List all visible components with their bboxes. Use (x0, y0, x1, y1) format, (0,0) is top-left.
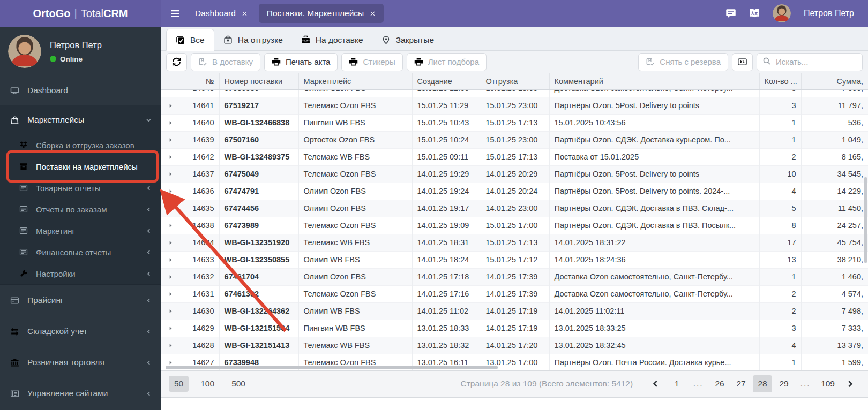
cell-qty: 2 (759, 285, 801, 302)
row-expander-icon[interactable] (161, 90, 181, 97)
chevron-left-icon (146, 271, 152, 277)
sidebar-item-настройки[interactable]: Настройки (0, 263, 161, 284)
row-expander-icon[interactable] (161, 114, 181, 131)
toolbar: В доставкуПечать актаСтикерыЛист подбора… (161, 51, 868, 73)
row-expander-icon[interactable] (161, 217, 181, 234)
to-delivery-button[interactable]: В доставку (191, 53, 260, 71)
user-name[interactable]: Петров Петр (804, 9, 854, 18)
column-header-1[interactable]: № (161, 73, 219, 89)
sidebar-item-прайсинг[interactable]: Прайсинг (0, 285, 161, 316)
page-size-500[interactable]: 500 (226, 376, 251, 392)
chat-button[interactable] (725, 8, 736, 19)
filter-tab-на-отгрузке[interactable]: На отгрузке (214, 29, 292, 50)
page-size-100[interactable]: 100 (195, 376, 220, 392)
cell-marketplace: Пингвин WB FBS (298, 114, 412, 131)
refresh-button[interactable] (166, 53, 187, 71)
table-row[interactable]: 14629WB-GI-132151504Пингвин WB FBS13.01.… (161, 320, 868, 337)
sidebar-item-финансовые-отчеты[interactable]: Финансовые отчеты (0, 241, 161, 263)
sidebar-item-сборка-и-отгрузка-заказов[interactable]: Сборка и отгрузка заказов (0, 134, 161, 156)
table-row[interactable]: 1463867473989Телемакс Ozon FBS14.01.25 1… (161, 217, 868, 234)
page-27[interactable]: 27 (731, 375, 751, 392)
page-28[interactable]: 28 (753, 375, 772, 392)
page-size-50[interactable]: 50 (169, 376, 189, 392)
table-row[interactable]: 14630WB-GI-132264362Олимп WB FBS14.01.25… (161, 302, 868, 320)
sidebar-user-avatar[interactable] (8, 35, 41, 68)
unreserve-button[interactable]: Снять с резерва (638, 53, 728, 71)
hamburger-menu-button[interactable] (170, 8, 181, 19)
cell-comment: Партнёры Ozon. СДЭК. Доставка курьером. … (549, 131, 759, 148)
table-row[interactable]: 1464167519217Телемакс Ozon FBS15.01.25 1… (161, 97, 868, 114)
sidebar-item-отчеты-по-заказам[interactable]: Отчеты по заказам (0, 199, 161, 220)
table-row[interactable]: 1463567474456Олимп Ozon FBS14.01.25 19:1… (161, 200, 868, 217)
table-row[interactable]: 1463667474791Олимп Ozon FBS14.01.25 19:2… (161, 183, 868, 200)
table-row[interactable]: 14634WB-GI-132351920Телемакс WB FBS14.01… (161, 234, 868, 251)
table-row[interactable]: 1463167461382Телемакс Ozon FBS14.01.25 1… (161, 285, 868, 302)
sidebar-item-маркетплейсы[interactable]: Маркетплейсы (0, 105, 161, 134)
pagination-bar: 50100500 Страница 28 из 109 (Всего элеме… (161, 371, 868, 398)
tab-close-button[interactable] (242, 11, 248, 17)
filter-tab-все[interactable]: Все (166, 29, 214, 51)
row-expander-icon[interactable] (161, 268, 181, 285)
table-row[interactable]: 14633WB-GI-132350855Олимп WB FBS14.01.25… (161, 251, 868, 268)
sidebar-item-розничная-торговля[interactable]: Розничная торговля (0, 347, 161, 378)
print-act-button[interactable]: Печать акта (264, 53, 338, 71)
page-1[interactable]: 1 (667, 375, 686, 392)
sidebar-item-товарные-отчеты[interactable]: Товарные отчеты (0, 177, 161, 199)
row-expander-icon[interactable] (161, 97, 181, 114)
sidebar-item-управление-сайтами[interactable]: Управление сайтами (0, 378, 161, 409)
column-header-2[interactable]: Номер поставки (219, 73, 298, 89)
previous-page-button[interactable] (646, 379, 665, 388)
row-expander-icon[interactable] (161, 251, 181, 268)
column-header-7[interactable]: Кол-во ... (759, 73, 801, 89)
chevron-left-icon (146, 228, 152, 234)
cell-supply: 67473989 (219, 217, 298, 234)
row-expander-icon[interactable] (161, 337, 181, 354)
row-expander-icon[interactable] (161, 302, 181, 320)
column-header-5[interactable]: Отгрузка (481, 73, 549, 89)
table-row[interactable]: 1463967507160Ортосток Ozon FBS15.01.25 1… (161, 131, 868, 148)
tab-поставки-маркетплейсы[interactable]: Поставки. Маркетплейсы (259, 4, 384, 23)
horizontal-scrollbar[interactable] (166, 366, 498, 369)
translate-button[interactable] (749, 8, 760, 19)
row-expander-icon[interactable] (161, 148, 181, 165)
table-row[interactable]: 14640WB-GI-132466838Пингвин WB FBS15.01.… (161, 114, 868, 131)
tab-dashboard[interactable]: Dashboard (187, 4, 256, 23)
vertical-scrollbar[interactable] (864, 177, 867, 263)
row-expander-icon[interactable] (161, 165, 181, 183)
table-row[interactable]: 14642WB-GI-132489375Телемакс WB FBS15.01… (161, 148, 868, 165)
filter-tab-закрытые[interactable]: Закрытые (372, 29, 443, 50)
filter-tab-на-доставке[interactable]: На доставке (292, 29, 372, 50)
sidebar-item-складской-учет[interactable]: Складской учет (0, 316, 161, 347)
column-header-8[interactable]: Сумма, (801, 73, 868, 89)
pick-list-button[interactable]: Лист подбора (407, 53, 487, 71)
column-header-6[interactable]: Комментарий (549, 73, 759, 89)
page-109[interactable]: 109 (817, 375, 839, 392)
row-expander-icon[interactable] (161, 183, 181, 200)
cell-num: 14637 (181, 165, 219, 183)
row-expander-icon[interactable] (161, 200, 181, 217)
column-header-3[interactable]: Маркетплейс (298, 73, 412, 89)
row-expander-icon[interactable] (161, 131, 181, 148)
next-page-button[interactable] (841, 379, 860, 388)
table-row[interactable]: 1463267461704Олимп Ozon FBS14.01.25 17:1… (161, 268, 868, 285)
table-row[interactable]: 1463767475049Телемакс Ozon FBS14.01.25 1… (161, 165, 868, 183)
column-header-4[interactable]: Создание (412, 73, 481, 89)
tab-close-button[interactable] (370, 11, 376, 17)
sidebar-item-поставки-на-маркетплейсы[interactable]: Поставки на маркетплейсы (0, 156, 161, 177)
row-expander-icon[interactable] (161, 234, 181, 251)
sidebar-item-маркетинг[interactable]: Маркетинг (0, 220, 161, 241)
shipment-up-icon (223, 35, 233, 44)
page-29[interactable]: 29 (774, 375, 794, 392)
sidebar-item-dashboard[interactable]: Dashboard (0, 76, 161, 105)
table-row[interactable]: 14628WB-GI-132151413Телемакс WB FBS13.01… (161, 337, 868, 354)
user-avatar[interactable] (773, 4, 791, 22)
stickers-button[interactable]: Стикеры (341, 53, 402, 71)
table-row[interactable]: 1464367530536Олимп Ozon FBS15.01.25 12:0… (161, 90, 868, 97)
cell-marketplace: Олимп WB FBS (298, 251, 412, 268)
cell-num: 14630 (181, 302, 219, 320)
row-expander-icon[interactable] (161, 320, 181, 337)
search-input[interactable] (776, 57, 857, 66)
export-xlsx-button[interactable] (732, 53, 753, 71)
page-26[interactable]: 26 (710, 375, 729, 392)
row-expander-icon[interactable] (161, 285, 181, 302)
